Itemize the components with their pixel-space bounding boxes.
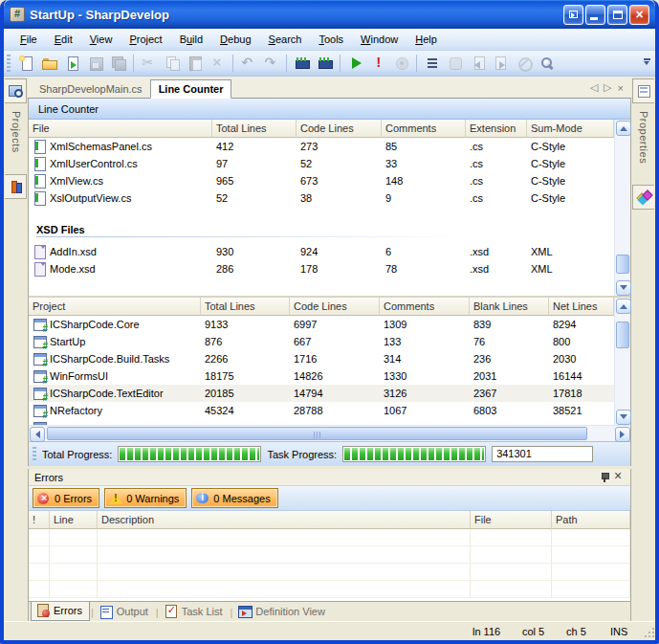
abort-button[interactable] (367, 53, 389, 74)
project-icon (33, 351, 48, 366)
menu-build[interactable]: Build (171, 31, 211, 48)
bottom-tab-errors[interactable]: Errors (31, 602, 90, 621)
dock-tab-projects-label[interactable]: Projects (11, 103, 22, 161)
close-button[interactable]: × (629, 5, 649, 25)
tab-close-icon[interactable]: × (618, 82, 624, 94)
files-table-scrollbar[interactable] (614, 120, 630, 296)
horizontal-scrollbar[interactable] (29, 425, 630, 441)
tab-sharpdevelopmain-cs[interactable]: SharpDevelopMain.cs (32, 80, 150, 98)
table-row[interactable]: StartUp87666713376800 (29, 333, 614, 350)
errors-column-header--[interactable]: ! (29, 511, 50, 529)
table-row[interactable]: XmlSchemasPanel.cs41227385.csC-Style (29, 138, 614, 155)
bottom-tab-task-list[interactable]: Task List (160, 602, 230, 621)
menu-file[interactable]: File (11, 31, 46, 48)
minimize-button[interactable] (585, 5, 605, 25)
errors-column-header-path[interactable]: Path (552, 511, 630, 529)
cell: .cs (466, 158, 527, 169)
scroll-thumb[interactable] (616, 255, 629, 274)
tab-back-icon[interactable]: ◁ (590, 81, 598, 94)
projects-column-header-total-lines[interactable]: Total Lines (201, 298, 290, 316)
tab-forward-icon[interactable]: ▷ (604, 81, 611, 94)
workspace: Projects SharpDevelopMain.csLine Counter… (4, 77, 655, 621)
build-button[interactable] (291, 53, 313, 74)
table-row[interactable]: WinFormsUI18175148261330203116144 (29, 367, 614, 385)
table-row[interactable]: Mode.xsd28617878.xsdXML (29, 260, 614, 278)
files-column-header-total-lines[interactable]: Total Lines (212, 120, 297, 138)
files-column-header-comments[interactable]: Comments (382, 120, 466, 138)
scroll-down-button[interactable] (616, 280, 631, 296)
breakpoint-button (444, 53, 466, 74)
errors-column-header-description[interactable]: Description (98, 511, 471, 529)
scroll-up-button[interactable] (616, 121, 631, 136)
toolbar-grip[interactable] (7, 55, 11, 72)
menu-help[interactable]: Help (406, 31, 446, 48)
menu-project[interactable]: Project (121, 31, 170, 48)
warnings-filter-label: 0 Warnings (126, 493, 179, 504)
scroll-up-button[interactable] (616, 299, 631, 314)
table-row[interactable]: XmlUserControl.cs975233.csC-Style (29, 155, 614, 172)
warnings-filter-button[interactable]: 0 Warnings (104, 488, 187, 508)
scroll-down-button[interactable] (616, 410, 631, 425)
files-column-header-sum-mode[interactable]: Sum-Mode (527, 120, 614, 138)
table-row[interactable]: XmlView.cs965673148.csC-Style (29, 172, 614, 189)
messages-filter-button[interactable]: 0 Messages (191, 488, 277, 508)
projects-table-scrollbar[interactable] (614, 298, 630, 425)
search-button[interactable] (536, 53, 558, 74)
projects-column-header-code-lines[interactable]: Code Lines (290, 298, 380, 316)
xsd-file-icon (33, 261, 48, 277)
app-window: StartUp - SharpDevelop × FileEditViewPro… (0, 0, 659, 644)
maximize-button[interactable] (607, 5, 627, 25)
dock-tab-properties-label[interactable]: Properties (638, 103, 649, 171)
menu-view[interactable]: View (81, 31, 121, 48)
menu-edit[interactable]: Edit (46, 31, 81, 48)
title-bar[interactable]: StartUp - SharpDevelop × (4, 0, 655, 29)
scroll-thumb[interactable] (47, 427, 587, 440)
float-window-button[interactable] (563, 5, 583, 25)
table-row[interactable]: NRefactory45324287881067680338521 (29, 402, 614, 419)
projects-column-header-blank-lines[interactable]: Blank Lines (470, 298, 549, 316)
table-row[interactable]: ICSharpCode.Build.Tasks22661716314236203… (29, 350, 614, 367)
files-column-header-file[interactable]: File (29, 120, 212, 138)
scroll-thumb[interactable] (616, 322, 629, 348)
toolbar-overflow-button[interactable] (642, 53, 651, 74)
resize-grip[interactable] (643, 628, 654, 639)
errors-column-header-file[interactable]: File (471, 511, 552, 529)
dock-tab-classes[interactable] (5, 174, 27, 199)
magnifier-icon (539, 56, 555, 71)
projects-column-header-project[interactable]: Project (29, 298, 201, 316)
errors-filter-button[interactable]: 0 Errors (33, 488, 99, 508)
menu-tools[interactable]: Tools (310, 31, 352, 48)
bottom-tab-output[interactable]: Output (95, 602, 155, 621)
rebuild-button[interactable] (314, 53, 336, 74)
menu-debug[interactable]: Debug (211, 31, 259, 48)
tab-line-counter[interactable]: Line Counter (150, 79, 232, 99)
dock-tab-projects[interactable] (5, 78, 27, 103)
bookmark-list-button[interactable] (421, 53, 443, 74)
projects-column-header-net-lines[interactable]: Net Lines (549, 298, 614, 316)
dock-tab-toolbox[interactable] (632, 185, 654, 210)
menu-search[interactable]: Search (260, 31, 311, 48)
table-row[interactable]: XslOutputView.cs52389.csC-Style (29, 189, 614, 207)
open-file-button[interactable] (38, 53, 60, 74)
scroll-right-button[interactable] (615, 427, 630, 442)
table-row[interactable]: AddIn.xsd9309246.xsdXML (29, 243, 614, 260)
projects-column-header-comments[interactable]: Comments (380, 298, 470, 316)
dock-tab-properties[interactable] (632, 78, 654, 103)
errors-column-header-line[interactable]: Line (50, 511, 98, 529)
pin-icon[interactable] (596, 470, 611, 485)
cut-button (138, 53, 160, 74)
drag-handle[interactable] (33, 447, 36, 462)
run-button[interactable] (344, 53, 366, 74)
menu-window[interactable]: Window (352, 31, 406, 48)
scroll-left-button[interactable] (30, 427, 45, 442)
table-row[interactable]: ICSharpCode.Core9133699713098398294 (29, 316, 614, 333)
open-solution-button[interactable] (61, 53, 83, 74)
files-column-header-code-lines[interactable]: Code Lines (297, 120, 382, 138)
warning-icon (108, 491, 123, 506)
cell: 876 (201, 336, 290, 347)
table-row[interactable]: ICSharpCode.TextEditor201851479431262367… (29, 385, 614, 402)
bottom-tab-definition-view[interactable]: Definition View (233, 602, 332, 621)
panel-close-icon[interactable] (611, 470, 626, 485)
new-file-button[interactable] (15, 53, 37, 74)
files-column-header-extension[interactable]: Extension (466, 120, 527, 138)
